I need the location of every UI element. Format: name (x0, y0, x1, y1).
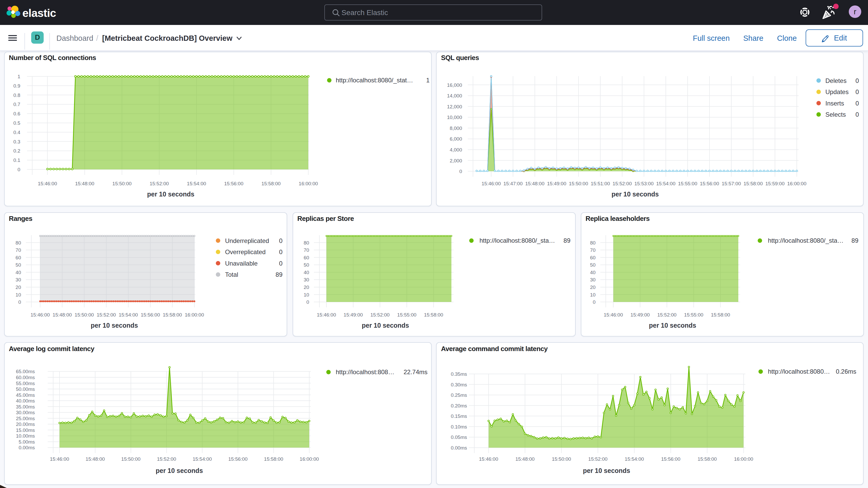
svg-text:15.00ms: 15.00ms (16, 427, 35, 433)
svg-text:15:50:00: 15:50:00 (121, 456, 141, 462)
svg-text:22.74ms: 22.74ms (404, 368, 428, 375)
svg-text:0.1: 0.1 (13, 157, 20, 163)
svg-text:0: 0 (856, 88, 859, 95)
svg-text:15:52:00: 15:52:00 (97, 312, 116, 317)
svg-text:40: 40 (590, 270, 595, 275)
svg-text:70: 70 (304, 247, 309, 253)
svg-text:15:46:00: 15:46:00 (479, 456, 498, 462)
svg-text:45.00ms: 45.00ms (16, 392, 35, 398)
svg-text:15:58:00: 15:58:00 (424, 312, 443, 317)
svg-text:0: 0 (279, 237, 282, 244)
svg-text:0: 0 (279, 260, 282, 267)
svg-text:per 10 seconds: per 10 seconds (147, 190, 194, 198)
svg-text:15:56:00: 15:56:00 (700, 181, 719, 186)
svg-text:10: 10 (590, 292, 595, 298)
svg-text:0.10ms: 0.10ms (451, 424, 467, 430)
svg-text:15:52:00: 15:52:00 (588, 456, 608, 462)
svg-text:16:00:00: 16:00:00 (299, 181, 318, 186)
svg-text:70: 70 (16, 247, 21, 253)
svg-text:15:50:00: 15:50:00 (552, 456, 571, 462)
svg-text:65.00ms: 65.00ms (16, 369, 35, 374)
svg-text:80: 80 (590, 240, 595, 246)
svg-text:15:50:00: 15:50:00 (569, 181, 588, 186)
svg-text:10.00ms: 10.00ms (16, 433, 35, 439)
svg-text:15:56:00: 15:56:00 (141, 312, 160, 317)
svg-text:20: 20 (304, 284, 309, 290)
svg-text:10: 10 (16, 292, 21, 298)
svg-text:15:53:00: 15:53:00 (634, 181, 654, 186)
svg-text:89: 89 (276, 271, 282, 278)
svg-text:0.05ms: 0.05ms (451, 434, 467, 440)
svg-text:0: 0 (18, 299, 21, 305)
svg-text:1: 1 (426, 77, 430, 84)
svg-text:per 10 seconds: per 10 seconds (612, 190, 659, 198)
svg-text:15:48:00: 15:48:00 (53, 312, 72, 317)
svg-text:50.00ms: 50.00ms (16, 387, 35, 392)
svg-text:30: 30 (16, 277, 21, 282)
svg-text:16:00:00: 16:00:00 (734, 456, 753, 462)
svg-text:16:00:00: 16:00:00 (185, 312, 204, 317)
svg-text:15:46:00: 15:46:00 (482, 181, 501, 186)
svg-text:15:49:00: 15:49:00 (547, 181, 566, 186)
svg-text:0.00ms: 0.00ms (451, 445, 467, 451)
svg-text:60: 60 (16, 255, 21, 261)
svg-text:0: 0 (279, 248, 282, 255)
svg-text:60: 60 (590, 255, 595, 261)
svg-text:8,000: 8,000 (450, 125, 462, 131)
svg-text:SQL queries: SQL queries (441, 54, 479, 62)
svg-text:1: 1 (18, 74, 20, 79)
svg-text:http://localhost:8080…: http://localhost:8080… (768, 368, 830, 375)
svg-text:Ranges: Ranges (9, 215, 32, 222)
svg-text:Replica leaseholders: Replica leaseholders (586, 215, 650, 222)
svg-text:15:48:00: 15:48:00 (86, 456, 105, 462)
svg-text:0: 0 (593, 299, 596, 305)
svg-text:15:55:00: 15:55:00 (684, 312, 703, 317)
svg-text:15:49:00: 15:49:00 (344, 312, 363, 317)
svg-text:0.30ms: 0.30ms (451, 382, 467, 388)
svg-text:15:54:00: 15:54:00 (187, 181, 206, 186)
svg-text:per 10 seconds: per 10 seconds (649, 322, 696, 329)
svg-text:30: 30 (590, 277, 595, 282)
svg-text:0.00ms: 0.00ms (19, 445, 35, 450)
svg-text:15:52:00: 15:52:00 (150, 181, 169, 186)
svg-text:15:50:00: 15:50:00 (112, 181, 131, 186)
svg-text:Average log commit latency: Average log commit latency (9, 345, 95, 353)
svg-text:15:58:00: 15:58:00 (711, 312, 730, 317)
svg-text:4,000: 4,000 (450, 147, 462, 153)
svg-text:30.00ms: 30.00ms (16, 410, 35, 415)
svg-text:0.5: 0.5 (13, 120, 20, 126)
svg-text:15:48:00: 15:48:00 (515, 456, 534, 462)
svg-text:Unavailable: Unavailable (225, 260, 257, 267)
svg-text:0.15ms: 0.15ms (451, 414, 467, 419)
svg-text:40.00ms: 40.00ms (16, 398, 35, 403)
svg-text:2,000: 2,000 (450, 158, 462, 163)
svg-text:30: 30 (304, 277, 309, 282)
svg-text:50: 50 (304, 262, 309, 268)
svg-text:15:52:00: 15:52:00 (613, 181, 632, 186)
svg-text:0.7: 0.7 (13, 101, 20, 107)
svg-text:15:51:00: 15:51:00 (591, 181, 610, 186)
svg-text:0: 0 (306, 299, 309, 305)
svg-text:per 10 seconds: per 10 seconds (156, 467, 203, 474)
svg-text:80: 80 (304, 240, 309, 246)
svg-text:10: 10 (304, 292, 309, 298)
svg-text:15:52:00: 15:52:00 (370, 312, 390, 317)
svg-text:16:00:00: 16:00:00 (300, 456, 319, 462)
svg-text:15:54:00: 15:54:00 (119, 312, 138, 317)
svg-text:15:50:00: 15:50:00 (74, 312, 94, 317)
svg-text:70: 70 (590, 247, 595, 253)
svg-text:0: 0 (856, 100, 859, 107)
svg-text:80: 80 (16, 240, 21, 246)
svg-text:15:52:00: 15:52:00 (657, 312, 677, 317)
svg-text:Average command commit latency: Average command commit latency (441, 345, 548, 353)
svg-text:40: 40 (304, 270, 309, 275)
svg-text:15:52:00: 15:52:00 (157, 456, 176, 462)
svg-text:0.3: 0.3 (13, 139, 20, 145)
svg-text:15:46:00: 15:46:00 (50, 456, 69, 462)
svg-text:15:54:00: 15:54:00 (656, 181, 675, 186)
svg-text:15:48:00: 15:48:00 (75, 181, 94, 186)
svg-text:per 10 seconds: per 10 seconds (91, 322, 138, 329)
svg-text:0.2: 0.2 (13, 148, 20, 154)
svg-text:15:54:00: 15:54:00 (193, 456, 212, 462)
svg-text:15:58:00: 15:58:00 (264, 456, 283, 462)
